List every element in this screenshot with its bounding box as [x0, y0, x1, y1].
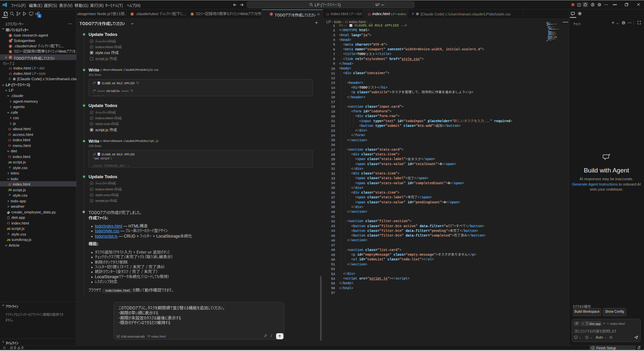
svg-text:#: # [9, 193, 11, 197]
svg-text:#: # [7, 232, 9, 236]
svg-text:#: # [9, 166, 11, 169]
